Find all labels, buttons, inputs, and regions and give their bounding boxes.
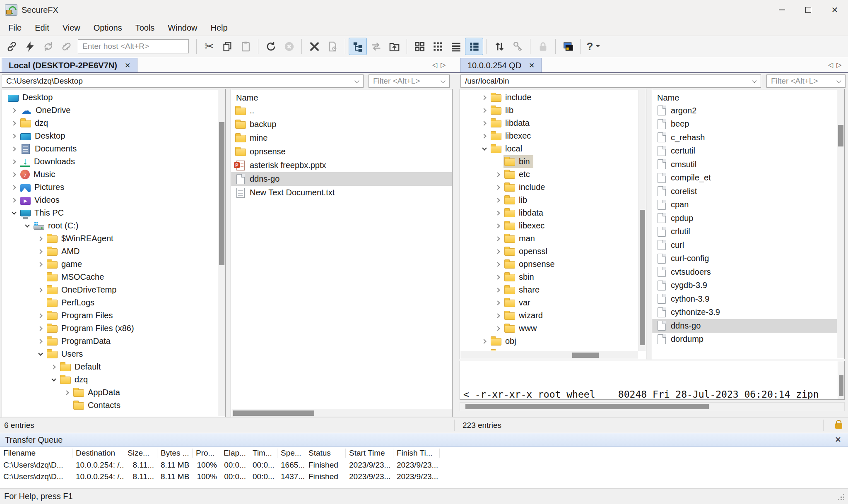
tree-item-man[interactable]: man bbox=[460, 232, 638, 245]
tree-item-include[interactable]: include bbox=[460, 91, 638, 104]
session-options-button[interactable] bbox=[559, 38, 577, 55]
file-item-ddns-go[interactable]: ddns-go bbox=[231, 172, 452, 186]
scrollbar-thumb[interactable] bbox=[839, 375, 843, 396]
file-item-cpdup[interactable]: cpdup bbox=[652, 211, 844, 225]
tree-item-videos[interactable]: ▶Videos bbox=[2, 194, 217, 206]
file-item-opnsense[interactable]: opnsense bbox=[231, 145, 452, 158]
tree-item-perflogs[interactable]: PerfLogs bbox=[2, 296, 217, 309]
remote-filter-combo[interactable] bbox=[766, 74, 846, 88]
transfer-queue-row[interactable]: C:\Users\dzq\D...10.0.0.254: /...8.11...… bbox=[0, 459, 848, 471]
chevron-right-icon[interactable] bbox=[493, 271, 504, 283]
local-filter-input[interactable] bbox=[369, 75, 449, 87]
lock-button[interactable] bbox=[534, 38, 552, 55]
tree-item-onedrive[interactable]: ☁OneDrive bbox=[2, 104, 217, 117]
chevron-right-icon[interactable] bbox=[9, 181, 19, 194]
chevron-right-icon[interactable] bbox=[9, 155, 19, 168]
menu-options[interactable]: Options bbox=[87, 22, 129, 34]
tree-item-desktop[interactable]: Desktop bbox=[2, 91, 217, 104]
synchronize-button[interactable] bbox=[367, 38, 385, 55]
tree-item-bin[interactable]: bin bbox=[460, 155, 638, 168]
stop-button[interactable] bbox=[280, 38, 298, 55]
chevron-right-icon[interactable] bbox=[9, 194, 19, 206]
tree-item-sbin[interactable]: sbin bbox=[460, 348, 638, 350]
chevron-right-icon[interactable] bbox=[479, 130, 490, 142]
file-item-dordump[interactable]: dordump bbox=[652, 333, 844, 346]
column-header-start-time[interactable]: Start Time bbox=[346, 449, 393, 458]
keys-button[interactable] bbox=[508, 38, 527, 55]
help-button[interactable]: ? bbox=[584, 38, 602, 55]
file-item--[interactable]: .. bbox=[231, 104, 452, 118]
tree-item-game[interactable]: game bbox=[2, 258, 217, 271]
log-vscrollbar[interactable] bbox=[838, 361, 844, 399]
chevron-right-icon[interactable] bbox=[493, 219, 504, 232]
chevron-down-icon[interactable] bbox=[35, 348, 46, 360]
chevron-right-icon[interactable] bbox=[479, 348, 490, 350]
column-header-finish-ti-[interactable]: Finish Ti... bbox=[393, 449, 440, 458]
tab-close-icon[interactable]: ✕ bbox=[529, 61, 535, 70]
remote-tree-vscrollbar[interactable] bbox=[638, 90, 646, 351]
column-header-spe-[interactable]: Spe... bbox=[277, 449, 305, 458]
chevron-right-icon[interactable] bbox=[35, 335, 46, 348]
reconnect-button[interactable] bbox=[39, 38, 57, 55]
remote-pane-hscrollbar[interactable] bbox=[460, 402, 845, 411]
tree-item-msocache[interactable]: MSOCache bbox=[2, 271, 217, 283]
chevron-right-icon[interactable] bbox=[35, 258, 46, 271]
file-item-cpan[interactable]: cpan bbox=[652, 198, 844, 212]
menu-window[interactable]: Window bbox=[161, 22, 204, 34]
tree-item-libexec[interactable]: libexec bbox=[460, 219, 638, 232]
column-header-status[interactable]: Status bbox=[305, 449, 346, 458]
tab-scroll-left-icon[interactable]: ◁ bbox=[828, 61, 833, 69]
chevron-right-icon[interactable] bbox=[493, 309, 504, 322]
tree-item-users[interactable]: Users bbox=[2, 348, 217, 360]
menu-view[interactable]: View bbox=[56, 22, 87, 34]
chevron-right-icon[interactable] bbox=[35, 309, 46, 322]
tree-item-program-files[interactable]: Program Files bbox=[2, 309, 217, 322]
column-header-elap-[interactable]: Elap... bbox=[220, 449, 249, 458]
refresh-button[interactable] bbox=[262, 38, 280, 55]
tab-close-icon[interactable]: ✕ bbox=[125, 61, 130, 70]
tree-item-onedrivetemp[interactable]: OneDriveTemp bbox=[2, 283, 217, 296]
delete-button[interactable] bbox=[305, 38, 323, 55]
remote-path-combo[interactable] bbox=[460, 74, 761, 88]
tree-item-amd[interactable]: AMD bbox=[2, 245, 217, 258]
larges-icon-button[interactable] bbox=[410, 38, 429, 55]
connect-button[interactable] bbox=[2, 38, 21, 55]
chevron-right-icon[interactable] bbox=[9, 117, 19, 130]
chevron-right-icon[interactable] bbox=[493, 232, 504, 245]
tree-item-www[interactable]: www bbox=[460, 322, 638, 335]
chevron-right-icon[interactable] bbox=[9, 104, 19, 117]
chevron-right-icon[interactable] bbox=[48, 360, 59, 373]
scrollbar-thumb[interactable] bbox=[233, 410, 314, 416]
column-header-bytes-[interactable]: Bytes ... bbox=[157, 449, 193, 458]
chevron-right-icon[interactable] bbox=[493, 206, 504, 219]
tree-item-lib[interactable]: lib bbox=[460, 104, 638, 117]
column-header-name[interactable]: Name bbox=[652, 91, 844, 104]
file-item-curl[interactable]: curl bbox=[652, 238, 844, 252]
local-path-combo[interactable] bbox=[2, 74, 364, 88]
chevron-down-icon[interactable] bbox=[9, 206, 19, 219]
tree-item-dzq[interactable]: dzq bbox=[2, 117, 217, 130]
column-header-size-[interactable]: Size... bbox=[124, 449, 157, 458]
file-item-cmsutil[interactable]: cmsutil bbox=[652, 158, 844, 171]
tree-item-openssl[interactable]: openssl bbox=[460, 245, 638, 258]
upload-button[interactable] bbox=[385, 38, 403, 55]
file-item-new-text-document-txt[interactable]: New Text Document.txt bbox=[231, 186, 452, 199]
scrollbar-thumb[interactable] bbox=[219, 122, 224, 265]
chevron-right-icon[interactable] bbox=[9, 168, 19, 181]
chevron-right-icon[interactable] bbox=[479, 104, 490, 117]
copy-button[interactable] bbox=[218, 38, 236, 55]
tree-item-wizard[interactable]: wizard bbox=[460, 309, 638, 322]
menu-file[interactable]: File bbox=[2, 22, 28, 34]
tree-item-include[interactable]: include bbox=[460, 181, 638, 194]
file-item-cygdb-3-9[interactable]: cygdb-3.9 bbox=[652, 279, 844, 293]
file-item-mine[interactable]: mine bbox=[231, 131, 452, 145]
chevron-right-icon[interactable] bbox=[9, 142, 19, 155]
resize-grip[interactable] bbox=[838, 494, 846, 502]
column-header-tim-[interactable]: Tim... bbox=[249, 449, 277, 458]
file-item-beep[interactable]: beep bbox=[652, 118, 844, 131]
local-path-input[interactable] bbox=[2, 75, 363, 87]
tree-item-obj[interactable]: obj bbox=[460, 335, 638, 348]
file-item-corelist[interactable]: corelist bbox=[652, 185, 844, 198]
tree-item-local[interactable]: local bbox=[460, 142, 638, 155]
menu-help[interactable]: Help bbox=[204, 22, 234, 34]
